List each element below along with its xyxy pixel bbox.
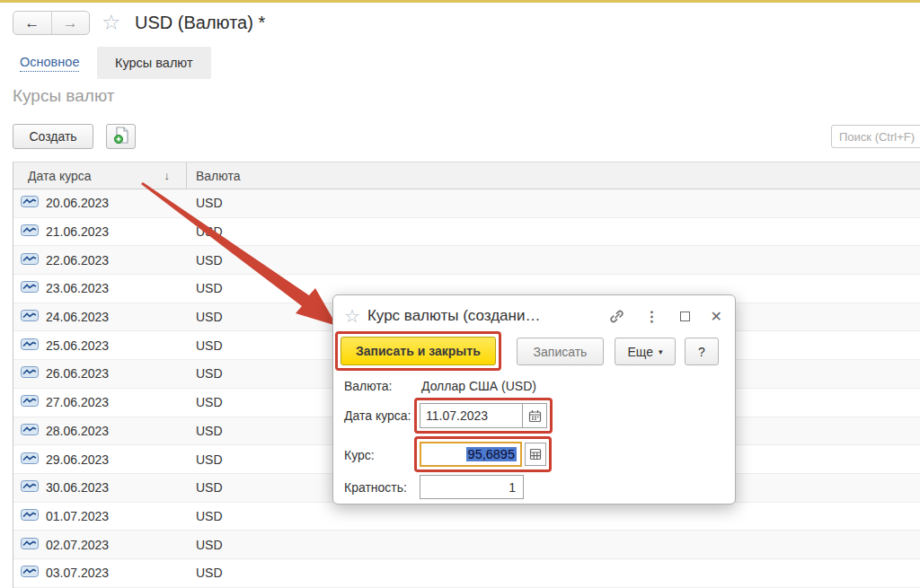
date-input[interactable] xyxy=(420,403,522,428)
rate-currency: USD xyxy=(187,338,223,353)
sort-descending-icon[interactable]: ↓ xyxy=(164,169,171,182)
rate-currency: USD xyxy=(187,452,223,467)
history-nav-group: ← → xyxy=(13,11,90,35)
rate-date: 30.06.2023 xyxy=(46,480,109,495)
rate-currency: USD xyxy=(187,253,223,268)
date-cell: 22.06.2023 xyxy=(13,253,187,268)
dialog-favorite-star-icon[interactable]: ☆ xyxy=(344,305,360,327)
save-and-close-button[interactable]: Записать и закрыть xyxy=(341,337,496,365)
rate-currency: USD xyxy=(187,395,223,409)
rate-date: 01.07.2023 xyxy=(46,509,109,523)
date-cell: 28.06.2023 xyxy=(13,424,187,438)
rate-date: 25.06.2023 xyxy=(46,338,109,353)
date-cell: 03.07.2023 xyxy=(13,566,187,580)
currency-field-value: Доллар США (USD) xyxy=(421,379,536,393)
date-cell: 20.06.2023 xyxy=(13,196,187,210)
help-button[interactable]: ? xyxy=(685,338,719,365)
rate-date: 29.06.2023 xyxy=(46,452,109,467)
annotation-box-date xyxy=(414,398,553,434)
rate-date: 03.07.2023 xyxy=(46,566,109,580)
column-header-currency[interactable]: Валюта xyxy=(187,169,241,183)
currency-rate-record-icon xyxy=(21,452,39,467)
page-title: USD (Валюта) * xyxy=(135,13,265,33)
rate-currency: USD xyxy=(187,538,223,552)
multiplicity-field-label: Кратность: xyxy=(344,480,407,495)
back-button[interactable]: ← xyxy=(13,12,52,34)
more-menu-icon[interactable]: ⋮ xyxy=(645,308,659,325)
rate-input[interactable]: 95,6895 xyxy=(420,442,522,467)
column-header-date-label: Дата курса xyxy=(28,169,92,183)
currency-rate-record-icon xyxy=(21,338,39,353)
rate-date: 24.06.2023 xyxy=(46,310,109,324)
rate-date: 26.06.2023 xyxy=(46,366,109,381)
tab-main-link[interactable]: Основное xyxy=(20,55,79,72)
rate-currency: USD xyxy=(187,424,223,438)
annotation-box-save-close: Записать и закрыть xyxy=(335,331,501,371)
create-button[interactable]: Создать xyxy=(13,124,93,149)
currency-rate-record-icon xyxy=(21,253,39,268)
search-input[interactable] xyxy=(831,125,920,148)
currency-rate-record-icon xyxy=(21,566,39,580)
more-button[interactable]: Еще ▾ xyxy=(615,338,676,365)
column-header-date[interactable]: Дата курса ↓ xyxy=(13,162,187,189)
rate-date: 28.06.2023 xyxy=(46,424,109,438)
maximize-icon[interactable] xyxy=(680,312,690,321)
forward-button[interactable]: → xyxy=(52,12,90,34)
save-button[interactable]: Записать xyxy=(517,338,604,365)
table-row[interactable]: 20.06.2023 USD xyxy=(13,189,920,218)
link-icon[interactable] xyxy=(609,309,624,324)
chevron-down-icon: ▾ xyxy=(659,347,663,356)
date-cell: 24.06.2023 xyxy=(13,310,187,324)
rate-currency: USD xyxy=(187,509,223,523)
table-row[interactable]: 01.07.2023 USD xyxy=(13,503,920,531)
rate-date: 21.06.2023 xyxy=(46,224,109,239)
forward-arrow-icon: → xyxy=(63,14,78,32)
rate-date: 22.06.2023 xyxy=(46,253,109,268)
calculator-icon[interactable] xyxy=(525,443,546,466)
dialog-title: Курс валюты (создани… xyxy=(367,307,609,325)
currency-rate-record-icon xyxy=(21,509,39,523)
rate-currency: USD xyxy=(187,281,223,295)
rate-field-label: Курс: xyxy=(344,448,375,462)
close-icon[interactable]: ✕ xyxy=(711,308,722,325)
currency-rate-record-icon xyxy=(21,480,39,495)
rate-currency: USD xyxy=(187,566,223,580)
currency-rate-record-icon xyxy=(21,395,39,409)
rate-currency: USD xyxy=(187,480,223,495)
date-cell: 27.06.2023 xyxy=(13,395,187,409)
date-cell: 30.06.2023 xyxy=(13,480,187,495)
date-cell: 21.06.2023 xyxy=(13,224,187,239)
rate-selected-text: 95,6895 xyxy=(466,447,517,461)
date-cell: 23.06.2023 xyxy=(13,281,187,295)
more-button-label: Еще xyxy=(627,345,653,359)
rate-currency: USD xyxy=(187,196,223,210)
table-row[interactable]: 03.07.2023 USD xyxy=(13,559,920,588)
rate-date: 20.06.2023 xyxy=(46,196,109,210)
back-arrow-icon: ← xyxy=(24,14,40,32)
section-heading: Курсы валют xyxy=(13,86,114,106)
document-plus-icon xyxy=(113,127,129,147)
tab-currency-rates[interactable]: Курсы валют xyxy=(97,47,211,79)
create-copy-button[interactable] xyxy=(106,124,136,149)
currency-rate-record-icon xyxy=(21,196,39,210)
currency-rate-record-icon xyxy=(21,424,39,438)
date-cell: 26.06.2023 xyxy=(13,366,187,381)
favorite-star-icon[interactable]: ☆ xyxy=(102,10,121,35)
table-row[interactable]: 02.07.2023 USD xyxy=(13,531,920,559)
date-cell: 01.07.2023 xyxy=(13,509,187,523)
table-header[interactable]: Дата курса ↓ Валюта xyxy=(13,162,920,189)
table-row[interactable]: 21.06.2023 USD xyxy=(13,218,920,247)
currency-rate-record-icon xyxy=(21,366,39,381)
currency-rate-record-icon xyxy=(21,310,39,324)
date-cell: 29.06.2023 xyxy=(13,452,187,467)
table-row[interactable]: 22.06.2023 USD xyxy=(13,246,920,275)
rate-date: 27.06.2023 xyxy=(46,395,109,409)
currency-rate-dialog: ☆ Курс валюты (создани… ⋮ ✕ Записать и з… xyxy=(332,294,736,505)
multiplicity-input[interactable] xyxy=(420,475,524,499)
date-cell: 02.07.2023 xyxy=(13,538,187,552)
date-cell: 25.06.2023 xyxy=(13,338,187,353)
calendar-icon[interactable] xyxy=(522,403,547,428)
window-accent-line xyxy=(0,0,920,3)
currency-field-label: Валюта: xyxy=(344,379,392,393)
rate-currency: USD xyxy=(187,224,223,239)
